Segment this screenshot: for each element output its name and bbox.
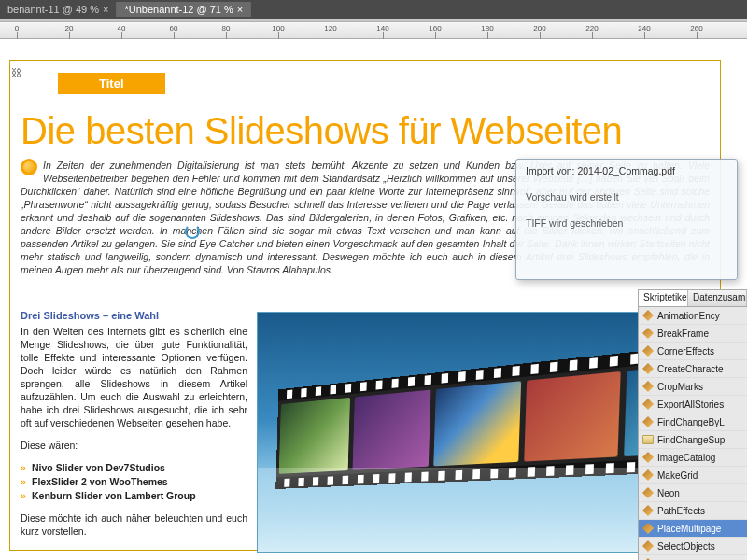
script-list-item[interactable]: PathEffects: [639, 502, 747, 520]
script-label: CornerEffects: [657, 346, 714, 357]
bullet-item: »Kenburn Slider von Lambert Group: [21, 489, 247, 502]
film-cell: [353, 390, 431, 470]
ruler-tick: [644, 32, 645, 39]
import-popup-title: Import von: 2014-02_Commag.pdf: [526, 165, 727, 176]
bullet-list: »Nivo Slider von Dev7Studios»FlexSlider …: [21, 461, 247, 502]
ruler-tick: [435, 32, 436, 39]
script-label: FindChangeSup: [657, 435, 725, 445]
script-icon: [642, 363, 654, 374]
script-list-item[interactable]: CropMarks: [639, 378, 747, 396]
script-label: CropMarks: [657, 382, 703, 392]
import-popup-status: TIFF wird geschrieben: [526, 217, 727, 229]
script-list-item[interactable]: CreateCharacte: [639, 360, 747, 378]
script-icon: [642, 540, 654, 552]
import-progress-popup: Import von: 2014-02_Commag.pdf Vorschau …: [515, 159, 738, 280]
script-icon: [642, 381, 654, 392]
script-icon: [642, 399, 654, 410]
ruler-tick: [226, 32, 227, 39]
bullet-marker-icon: »: [21, 461, 32, 474]
document-tab[interactable]: benannt-11 @ 49 % ×: [0, 2, 117, 17]
script-icon: [642, 328, 654, 339]
script-list-item[interactable]: FindChangeByL: [639, 413, 747, 431]
script-icon: [642, 416, 654, 427]
script-list-item[interactable]: SortParagraphs: [639, 555, 747, 560]
ruler-tick: [697, 32, 698, 39]
bullet-text: Nivo Slider von Dev7Studios: [32, 462, 165, 473]
script-list-item[interactable]: SelectObjects: [639, 538, 747, 555]
bullet-text: FlexSlider 2 von WooThemes: [32, 476, 168, 487]
body-paragraph: Diese möchte ich auch näher beleuchten u…: [21, 511, 247, 538]
ruler-tick: [331, 32, 331, 39]
ruler-tick: [69, 32, 70, 39]
script-label: ExportAllStories: [657, 399, 724, 410]
folder-icon: [642, 435, 654, 444]
script-list-item[interactable]: ExportAllStories: [639, 396, 747, 413]
body-paragraph: In den Weiten des Internets gibt es sich…: [21, 325, 247, 429]
script-icon: [642, 523, 654, 534]
tab-label: benannt-11 @ 49 %: [7, 4, 99, 15]
document-tab[interactable]: *Unbenannt-12 @ 71 % ×: [117, 2, 251, 17]
placed-image-frame[interactable]: [257, 312, 696, 553]
bullet-item: »Nivo Slider von Dev7Studios: [21, 461, 247, 474]
script-label: Neon: [657, 488, 680, 498]
script-list-item[interactable]: ImageCatalog: [639, 449, 747, 467]
script-list-item[interactable]: MakeGrid: [639, 467, 747, 484]
body-paragraph: Diese wären:: [21, 439, 247, 452]
body-column[interactable]: In den Weiten des Internets gibt es sich…: [21, 325, 247, 547]
script-list-item[interactable]: AnimationEncy: [639, 307, 747, 325]
reflection-overlay: [258, 468, 695, 552]
script-icon: [642, 505, 654, 516]
script-list-item[interactable]: CornerEffects: [639, 343, 747, 360]
ruler-tick: [383, 32, 384, 39]
bullet-text: Kenburn Slider von Lambert Group: [32, 490, 196, 501]
script-label: FindChangeByL: [657, 417, 725, 427]
busy-cursor-icon: [185, 224, 200, 239]
title-badge[interactable]: Titel: [58, 73, 165, 94]
workspace: 020406080100120140160180200220240260 ⛓ T…: [0, 22, 747, 560]
script-list-item[interactable]: PlaceMultipage: [639, 520, 747, 538]
script-list-item[interactable]: FindChangeSup: [639, 431, 747, 449]
ruler-tick: [174, 32, 175, 39]
panel-tab-datenzusammen[interactable]: Datenzusamm: [688, 290, 747, 306]
ruler-tick: [278, 32, 279, 39]
script-label: ImageCatalog: [657, 453, 715, 463]
script-icon: [642, 310, 654, 321]
script-icon: [642, 345, 654, 357]
import-popup-status: Vorschau wird erstellt: [526, 191, 727, 203]
script-list-item[interactable]: BreakFrame: [639, 325, 747, 343]
script-list-item[interactable]: Neon: [639, 484, 747, 502]
tab-label: *Unbenannt-12 @ 71 %: [124, 4, 233, 15]
panel-tabs: Skriptetikett Datenzusamm: [639, 290, 747, 307]
script-icon: [642, 452, 654, 463]
script-icon: [642, 487, 654, 498]
scripts-list[interactable]: AnimationEncyBreakFrameCornerEffectsCrea…: [639, 307, 747, 560]
subheading[interactable]: Drei Slideshows – eine Wahl: [21, 310, 159, 321]
script-label: PlaceMultipage: [657, 524, 721, 534]
close-icon[interactable]: ×: [237, 4, 243, 15]
film-cell: [279, 398, 350, 474]
ruler-tick: [592, 32, 593, 39]
page-headline[interactable]: Die besten Slideshows für Webseiten: [21, 110, 710, 152]
film-cell: [524, 371, 621, 462]
panel-tab-skriptetikett[interactable]: Skriptetikett: [639, 290, 688, 306]
drop-cap-circle-icon: [21, 159, 37, 175]
ruler-tick: [487, 32, 488, 39]
document-tabs-bar: benannt-11 @ 49 % × *Unbenannt-12 @ 71 %…: [0, 0, 747, 19]
script-label: PathEffects: [657, 506, 705, 516]
scripts-panel: ◂ Skriptetikett Datenzusamm AnimationEnc…: [638, 289, 747, 560]
ruler-tick: [17, 32, 18, 39]
script-label: MakeGrid: [657, 470, 698, 481]
close-icon[interactable]: ×: [103, 4, 108, 15]
script-label: AnimationEncy: [657, 311, 720, 321]
script-icon: [642, 469, 654, 481]
bullet-marker-icon: »: [21, 475, 32, 488]
ruler-tick: [540, 32, 541, 39]
script-label: CreateCharacte: [657, 364, 724, 374]
document-page[interactable]: ⛓ Titel Die besten Slideshows für Websei…: [0, 39, 747, 560]
script-label: SelectObjects: [657, 541, 715, 552]
bullet-marker-icon: »: [21, 489, 32, 502]
horizontal-ruler[interactable]: 020406080100120140160180200220240260: [0, 22, 747, 39]
ruler-tick: [121, 32, 122, 39]
bullet-item: »FlexSlider 2 von WooThemes: [21, 475, 247, 488]
script-label: BreakFrame: [657, 329, 709, 339]
